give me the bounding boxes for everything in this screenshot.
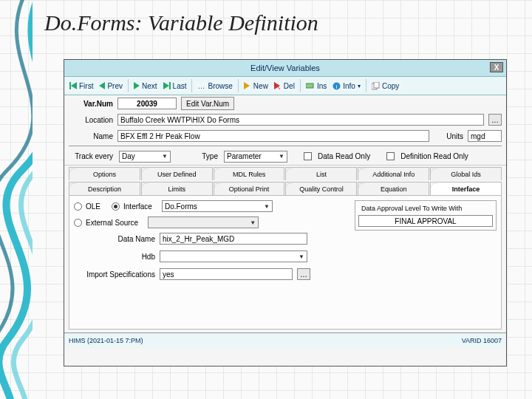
interface-radio[interactable] — [112, 202, 120, 211]
location-label: Location — [69, 116, 113, 124]
ins-button[interactable]: Ins — [304, 81, 329, 91]
dataname-field[interactable]: hix_2_Hr_Peak_MGD — [160, 233, 307, 245]
tab-interface[interactable]: Interface — [430, 182, 502, 195]
tab-description[interactable]: Description — [69, 182, 140, 195]
def-readonly-checkbox[interactable] — [386, 152, 395, 160]
slide-decoration — [0, 0, 33, 399]
status-left: HIMS (2021-01-15 7:PM) — [69, 337, 143, 344]
tab-optional-print[interactable]: Optional Print — [214, 182, 285, 195]
ole-radio-label: OLE — [86, 202, 100, 211]
copy-button[interactable]: Copy — [369, 81, 401, 91]
data-readonly-label: Data Read Only — [318, 152, 370, 160]
first-button[interactable]: First — [67, 81, 95, 91]
hdb-select[interactable]: ▼ — [160, 250, 307, 262]
tabs-row-1: Options User Defined MDL Rules List Addi… — [64, 166, 506, 180]
external-radio-label: External Source — [86, 219, 138, 227]
approval-groupbox: Data Approval Level To Write With FINAL … — [355, 200, 497, 231]
type-label: Type — [188, 152, 218, 160]
data-readonly-checkbox[interactable] — [304, 152, 312, 160]
tab-limits[interactable]: Limits — [141, 182, 213, 195]
interface-select[interactable]: Do.Forms▼ — [162, 200, 273, 212]
tab-additional-info[interactable]: Additional Info — [358, 167, 429, 180]
new-button[interactable]: New — [242, 81, 270, 91]
svg-rect-5 — [169, 82, 171, 89]
import-label: Import Specifications — [74, 270, 155, 279]
tab-equation[interactable]: Equation — [358, 182, 429, 195]
svg-marker-1 — [71, 82, 77, 89]
svg-marker-4 — [163, 82, 169, 89]
track-select[interactable]: Day▼ — [119, 151, 171, 163]
info-button[interactable]: iInfo▾ — [330, 81, 363, 91]
svg-marker-6 — [244, 82, 250, 89]
svg-rect-0 — [69, 82, 71, 89]
hdb-label: Hdb — [74, 253, 155, 261]
import-field[interactable]: yes — [160, 268, 293, 280]
prev-button[interactable]: Prev — [97, 81, 125, 91]
varnum-label: Var.Num — [69, 100, 113, 108]
name-label: Name — [69, 132, 113, 140]
del-button[interactable]: Del — [272, 81, 297, 91]
close-button[interactable]: X — [490, 62, 503, 72]
location-browse-button[interactable]: … — [488, 114, 502, 126]
svg-marker-2 — [99, 82, 105, 89]
location-field[interactable]: Buffalo Creek WWTP\HIX Do Forms — [117, 114, 484, 126]
last-button[interactable]: Last — [161, 81, 189, 91]
name-field[interactable]: BFX Effl 2 Hr Peak Flow — [117, 130, 429, 142]
units-label: Units — [434, 132, 463, 140]
tab-options[interactable]: Options — [69, 167, 140, 180]
tabs-row-2: Description Limits Optional Print Qualit… — [64, 180, 506, 195]
toolbar: First Prev Next Last …Browse New Del Ins… — [64, 76, 506, 95]
tab-list[interactable]: List — [285, 167, 357, 180]
titlebar: Edit/View Variables X — [64, 60, 506, 76]
approval-title: Data Approval Level To Write With — [358, 205, 465, 212]
approval-select[interactable]: FINAL APPROVAL — [358, 215, 493, 227]
svg-rect-13 — [374, 82, 379, 88]
tab-mdl-rules[interactable]: MDL Rules — [214, 167, 285, 180]
interface-radio-label: Interface — [123, 202, 152, 211]
window-title: Edit/View Variables — [250, 64, 320, 72]
dataname-label: Data Name — [74, 235, 155, 243]
browse-button[interactable]: …Browse — [195, 81, 234, 91]
varnum-field[interactable]: 20039 — [117, 98, 177, 109]
ole-radio[interactable] — [74, 202, 82, 211]
svg-marker-3 — [134, 82, 140, 89]
import-browse-button[interactable]: … — [297, 268, 310, 280]
edit-varnum-button[interactable]: Edit Var.Num — [181, 97, 234, 110]
slide-title: Do.Forms: Variable Definition — [44, 10, 318, 35]
tab-user-defined[interactable]: User Defined — [141, 167, 213, 180]
variables-window: Edit/View Variables X First Prev Next La… — [64, 59, 507, 366]
units-field[interactable]: mgd — [468, 130, 502, 142]
def-readonly-label: Definition Read Only — [400, 152, 468, 160]
interface-tabpage: OLE Interface Do.Forms▼ External Source … — [69, 195, 502, 330]
type-select[interactable]: Parameter▼ — [224, 151, 287, 163]
status-bar: HIMS (2021-01-15 7:PM) VARID 16007 — [64, 332, 506, 347]
svg-text:i: i — [336, 83, 338, 89]
tab-quality-control[interactable]: Quality Control — [285, 182, 357, 195]
next-button[interactable]: Next — [132, 81, 160, 91]
svg-rect-9 — [306, 83, 313, 88]
track-label: Track every — [69, 152, 113, 160]
status-right: VARID 16007 — [462, 337, 502, 344]
tab-global-ids[interactable]: Global Ids — [430, 167, 502, 180]
external-radio[interactable] — [74, 219, 82, 227]
external-select[interactable]: ▼ — [148, 216, 259, 228]
